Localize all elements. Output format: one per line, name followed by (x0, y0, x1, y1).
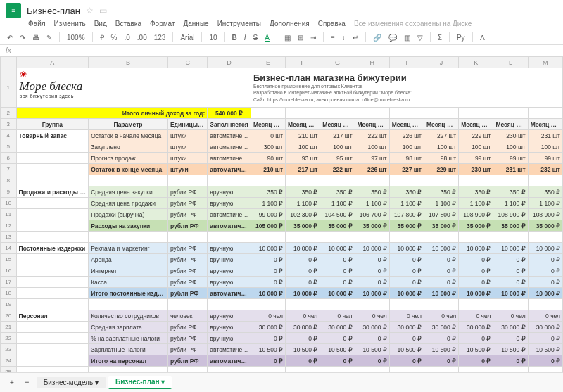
redo-icon[interactable]: ↷ (18, 33, 27, 42)
menu-format[interactable]: Формат (150, 20, 175, 27)
param[interactable]: % на зарплатные налоги (89, 333, 168, 344)
value[interactable]: 222 шт (355, 130, 389, 141)
row-header[interactable]: 23 (1, 344, 17, 355)
value[interactable]: 0 ₽ (389, 254, 424, 265)
value[interactable]: 350 ₽ (459, 186, 493, 198)
value[interactable]: 0 ₽ (320, 254, 355, 265)
value[interactable]: 100 шт (493, 141, 528, 153)
star-icon[interactable]: ☆ (86, 6, 94, 15)
folder-icon[interactable]: ▭ (99, 6, 107, 15)
fill[interactable]: вручную (208, 265, 251, 277)
value[interactable]: 0 чел (493, 310, 528, 322)
value[interactable]: 99 шт (528, 153, 562, 164)
logo-cell[interactable]: ❀ Море блеска вся бижутерия здесь (16, 68, 251, 108)
unit[interactable]: человек (167, 310, 207, 322)
value[interactable]: 10 000 ₽ (493, 243, 528, 254)
value[interactable]: 100 шт (424, 141, 458, 153)
value[interactable]: 0 ₽ (355, 277, 389, 288)
row-header[interactable]: 24 (1, 355, 17, 367)
param[interactable]: Расходы на закупки (89, 220, 168, 232)
unit[interactable]: рубли РФ (167, 209, 207, 220)
value[interactable]: 0 ₽ (286, 254, 320, 265)
cyrillic-icon[interactable]: Ру (455, 33, 467, 42)
value[interactable]: 0 ₽ (424, 254, 458, 265)
value[interactable]: 0 ₽ (251, 265, 285, 277)
unit[interactable]: рубли РФ (167, 277, 207, 288)
font-size[interactable]: 10 (208, 33, 218, 42)
value[interactable]: 0 ₽ (493, 277, 528, 288)
value[interactable]: 0 чел (459, 310, 493, 322)
unit[interactable]: рубли РФ (167, 243, 207, 254)
row-header[interactable]: 19 (1, 299, 17, 310)
row-header[interactable]: 6 (1, 153, 17, 164)
row-header[interactable]: 8 (1, 175, 17, 186)
fill[interactable]: автоматически (208, 141, 251, 153)
row-header[interactable]: 5 (1, 141, 17, 153)
value[interactable]: 350 ₽ (251, 186, 285, 198)
param[interactable]: Реклама и маркетинг (89, 243, 168, 254)
value[interactable]: 35 000 ₽ (459, 220, 493, 232)
value[interactable]: 0 ₽ (528, 265, 562, 277)
value[interactable]: 30 000 ₽ (320, 322, 355, 333)
value[interactable]: 30 000 ₽ (424, 322, 458, 333)
value[interactable]: 0 ₽ (355, 355, 389, 367)
fill[interactable]: вручную (208, 243, 251, 254)
text-color-icon[interactable]: A (263, 33, 271, 42)
value[interactable]: 0 чел (355, 310, 389, 322)
value[interactable]: 210 шт (286, 130, 320, 141)
value[interactable]: 98 шт (424, 153, 458, 164)
value[interactable]: 0 ₽ (320, 355, 355, 367)
value[interactable]: 1 100 ₽ (355, 198, 389, 209)
value[interactable]: 10 000 ₽ (355, 288, 389, 299)
value[interactable]: 10 500 ₽ (424, 344, 458, 355)
param[interactable]: Остаток в конце месяца (89, 164, 168, 175)
add-sheet-icon[interactable]: + (6, 377, 18, 388)
menu-data[interactable]: Данные (184, 20, 209, 27)
value[interactable]: 227 шт (424, 130, 458, 141)
tab-plan[interactable]: Бизнес-план ▾ (108, 376, 172, 389)
menu-file[interactable]: Файл (28, 20, 46, 27)
value[interactable]: 0 ₽ (459, 265, 493, 277)
collapse-icon[interactable]: ᐱ (479, 33, 486, 42)
fill[interactable]: автоматически (208, 220, 251, 232)
value[interactable]: 100 шт (528, 141, 562, 153)
row-header[interactable]: 4 (1, 130, 17, 141)
menu-help[interactable]: Справка (318, 20, 346, 27)
param[interactable]: Прогноз продаж (89, 153, 168, 164)
value[interactable]: 231 шт (528, 130, 562, 141)
value[interactable]: 0 ₽ (459, 254, 493, 265)
value[interactable]: 350 ₽ (355, 186, 389, 198)
zoom[interactable]: 100% (65, 33, 87, 42)
link-icon[interactable]: 🔗 (372, 33, 383, 42)
unit[interactable]: штуки (167, 164, 207, 175)
group-name[interactable]: Постоянные издержки (16, 243, 89, 254)
unit[interactable]: рубли РФ (167, 344, 207, 355)
value[interactable]: 35 000 ₽ (493, 220, 528, 232)
value[interactable]: 10 500 ₽ (286, 344, 320, 355)
spreadsheet-grid[interactable]: AB CD EF GH IJ KL M 1 ❀ Море блеска вся … (0, 56, 563, 380)
value[interactable]: 0 ₽ (493, 254, 528, 265)
row-header[interactable]: 15 (1, 254, 17, 265)
value[interactable]: 10 500 ₽ (493, 344, 528, 355)
value[interactable]: 100 шт (355, 141, 389, 153)
doc-title[interactable]: Бизнес-план (27, 6, 80, 16)
value[interactable]: 0 ₽ (528, 277, 562, 288)
value[interactable]: 107 800 ₽ (389, 209, 424, 220)
row-header[interactable]: 21 (1, 322, 17, 333)
value[interactable]: 107 800 ₽ (424, 209, 458, 220)
fill[interactable]: вручную (208, 333, 251, 344)
value[interactable]: 1 100 ₽ (320, 198, 355, 209)
value[interactable]: 229 шт (424, 164, 458, 175)
value[interactable]: 10 000 ₽ (320, 288, 355, 299)
value[interactable]: 0 чел (320, 310, 355, 322)
param[interactable]: Аренда (89, 254, 168, 265)
row-header[interactable]: 7 (1, 164, 17, 175)
value[interactable]: 0 чел (251, 310, 285, 322)
row-header[interactable]: 3 (1, 119, 17, 130)
value[interactable]: 0 ₽ (251, 254, 285, 265)
value[interactable]: 10 000 ₽ (493, 288, 528, 299)
chart-icon[interactable]: ▥ (403, 33, 412, 42)
unit[interactable]: штуки (167, 153, 207, 164)
undo-icon[interactable]: ↶ (6, 33, 14, 42)
unit[interactable]: рубли РФ (167, 322, 207, 333)
